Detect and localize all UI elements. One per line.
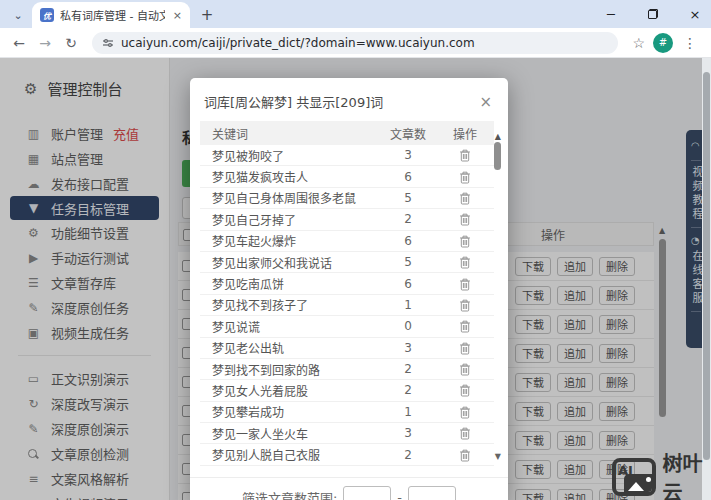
back-button[interactable]: ← xyxy=(8,35,30,51)
filter-max-input[interactable] xyxy=(408,486,456,500)
words-table: 关键词 文章数 操作 梦见被狗咬了3梦见猫发疯攻击人6梦见自己身体周围很多老鼠5… xyxy=(200,121,494,466)
article-count-cell: 1 xyxy=(380,405,436,419)
modal-scrollbar-thumb[interactable] xyxy=(494,142,501,170)
ops-cell xyxy=(436,212,494,226)
keyword-cell: 梦见女人光着屁股 xyxy=(200,382,380,399)
word-row: 梦见老公出轨3 xyxy=(200,338,494,359)
keyword-cell: 梦见吃南瓜饼 xyxy=(200,275,380,292)
modal-scroll-up-icon[interactable]: ▲ xyxy=(495,132,501,141)
article-count-cell: 0 xyxy=(380,319,436,333)
trash-icon[interactable] xyxy=(459,406,471,419)
url-text[interactable]: ucaiyun.com/caiji/private_dict/?domain=w… xyxy=(121,36,475,50)
trash-icon[interactable] xyxy=(459,299,471,312)
ops-cell xyxy=(436,426,494,440)
page-scrollbar-thumb[interactable] xyxy=(703,72,710,460)
word-row: 梦到找不到回家的路2 xyxy=(200,359,494,380)
minimize-button[interactable]: ─ xyxy=(603,7,619,22)
watermark-label: 树叶云 xyxy=(663,448,711,500)
tab-strip: ⌄ 优 私有词库管理 - 自动文章采集 × + ─ × xyxy=(0,0,711,28)
ops-cell xyxy=(436,319,494,333)
ops-column-header: 操作 xyxy=(436,125,494,142)
trash-icon[interactable] xyxy=(459,171,471,184)
word-row: 梦见车起火爆炸6 xyxy=(200,231,494,252)
keyword-cell: 梦见车起火爆炸 xyxy=(200,232,380,249)
keyword-column-header: 关键词 xyxy=(200,125,380,142)
trash-icon[interactable] xyxy=(459,363,471,376)
trash-icon[interactable] xyxy=(459,192,471,205)
keyword-cell: 梦见出家师父和我说话 xyxy=(200,254,380,271)
filter-label: 筛选文章数范围: xyxy=(242,488,337,500)
page-scrollbar[interactable] xyxy=(702,58,711,500)
close-window-button[interactable]: × xyxy=(687,7,703,22)
trash-icon[interactable] xyxy=(459,384,471,397)
word-row: 梦见一家人坐火车3 xyxy=(200,423,494,444)
window-controls: ─ × xyxy=(603,0,703,28)
article-count-cell: 6 xyxy=(380,170,436,184)
word-row: 梦见找不到孩子了1 xyxy=(200,295,494,316)
ops-cell xyxy=(436,191,494,205)
keyword-cell: 梦见猫发疯攻击人 xyxy=(200,168,380,185)
modal-title: 词库[周公解梦] 共显示[209]词 xyxy=(204,92,383,111)
site-settings-icon[interactable] xyxy=(102,37,114,49)
trash-icon[interactable] xyxy=(459,427,471,440)
forward-button[interactable]: → xyxy=(34,35,56,51)
article-count-cell: 5 xyxy=(380,191,436,205)
trash-icon[interactable] xyxy=(459,449,471,462)
trash-icon[interactable] xyxy=(459,256,471,269)
filter-separator: - xyxy=(397,490,402,500)
trash-icon[interactable] xyxy=(459,342,471,355)
site-favicon-icon: 优 xyxy=(40,8,54,22)
trash-icon[interactable] xyxy=(459,320,471,333)
keyword-cell: 梦见一家人坐火车 xyxy=(200,425,380,442)
browser-menu-icon[interactable]: ⋮ xyxy=(677,35,703,51)
ops-cell xyxy=(436,148,494,162)
reload-button[interactable]: ↻ xyxy=(60,35,82,51)
article-count-cell: 3 xyxy=(380,426,436,440)
tab-title: 私有词库管理 - 自动文章采集 xyxy=(60,7,165,23)
trash-icon[interactable] xyxy=(459,149,471,162)
words-table-header: 关键词 文章数 操作 xyxy=(200,121,494,145)
mountain-icon xyxy=(624,474,654,494)
words-table-body: 梦见被狗咬了3梦见猫发疯攻击人6梦见自己身体周围很多老鼠5梦见自己牙掉了2梦见车… xyxy=(200,145,494,466)
ops-cell xyxy=(436,255,494,269)
filter-min-input[interactable] xyxy=(343,486,391,500)
ops-cell xyxy=(436,405,494,419)
article-count-cell: 3 xyxy=(380,148,436,162)
tab-search-chevron-icon[interactable]: ⌄ xyxy=(6,6,30,24)
word-row: 梦见女人光着屁股2 xyxy=(200,380,494,401)
keyword-cell: 梦见自己牙掉了 xyxy=(200,211,380,228)
word-row: 梦见自己身体周围很多老鼠5 xyxy=(200,188,494,209)
ops-cell xyxy=(436,383,494,397)
keyword-cell: 梦见攀岩成功 xyxy=(200,403,380,420)
restore-button[interactable] xyxy=(645,7,661,22)
article-count-cell: 2 xyxy=(380,362,436,376)
profile-avatar[interactable]: # xyxy=(653,33,673,53)
ai-image-icon: AI xyxy=(612,458,656,496)
browser-window: ⌄ 优 私有词库管理 - 自动文章采集 × + ─ × ← → ↻ ucaiyu… xyxy=(0,0,711,500)
keyword-cell: 梦见老公出轨 xyxy=(200,339,380,356)
new-tab-button[interactable]: + xyxy=(196,4,218,26)
watermark: AI 树叶云 xyxy=(612,448,711,500)
browser-tab[interactable]: 优 私有词库管理 - 自动文章采集 × xyxy=(32,2,190,28)
article-count-cell: 1 xyxy=(380,298,436,312)
trash-icon[interactable] xyxy=(459,213,471,226)
word-row: 梦见别人脱自己衣服2 xyxy=(200,444,494,465)
ops-cell xyxy=(436,277,494,291)
word-row: 梦见说谎0 xyxy=(200,316,494,337)
ops-cell xyxy=(436,234,494,248)
modal-scroll-down-icon[interactable]: ▼ xyxy=(495,452,501,461)
trash-icon[interactable] xyxy=(459,235,471,248)
ops-cell xyxy=(436,341,494,355)
article-count-cell: 3 xyxy=(380,341,436,355)
address-bar[interactable]: ucaiyun.com/caiji/private_dict/?domain=w… xyxy=(92,32,618,54)
tab-close-icon[interactable]: × xyxy=(171,9,184,22)
modal-close-icon[interactable]: × xyxy=(477,93,494,111)
article-count-cell: 2 xyxy=(380,448,436,462)
keyword-cell: 梦到找不到回家的路 xyxy=(200,361,380,378)
dict-words-modal: 词库[周公解梦] 共显示[209]词 × 关键词 文章数 操作 梦见被狗咬了3梦… xyxy=(190,78,508,500)
keyword-cell: 梦见自己身体周围很多老鼠 xyxy=(200,189,380,206)
bookmark-star-icon[interactable]: ☆ xyxy=(628,35,649,51)
count-column-header: 文章数 xyxy=(380,125,436,142)
ops-cell xyxy=(436,448,494,462)
trash-icon[interactable] xyxy=(459,278,471,291)
